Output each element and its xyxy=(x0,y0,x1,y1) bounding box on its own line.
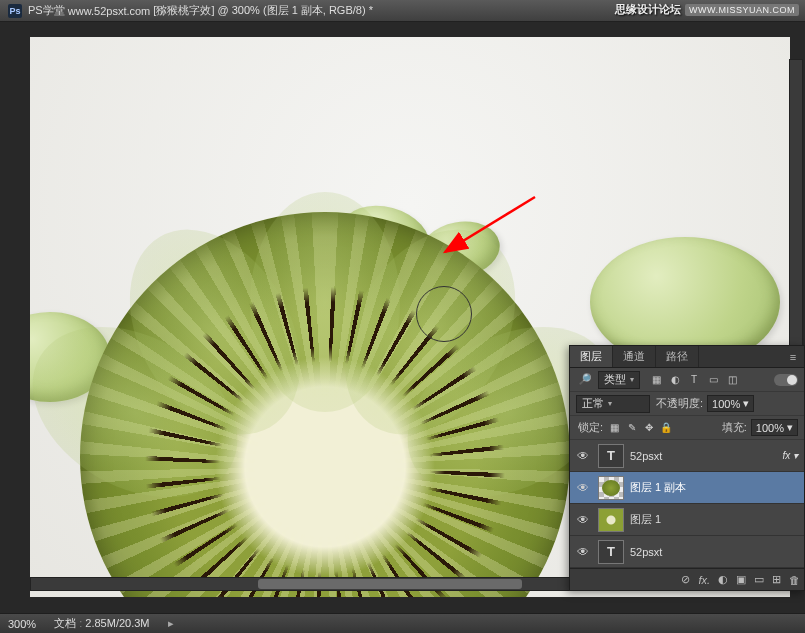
lock-pixels-icon[interactable]: ✎ xyxy=(624,422,639,433)
statusbar: 300% 文档 : 2.85M/20.3M ▸ xyxy=(0,613,805,633)
filter-text-icon[interactable]: T xyxy=(686,372,702,388)
tab-paths[interactable]: 路径 xyxy=(656,346,699,367)
layer-thumb-icon xyxy=(598,476,624,500)
title-url: www.52psxt.com xyxy=(68,5,151,17)
fx-badge[interactable]: fx ▾ xyxy=(782,450,798,461)
layer-thumb-icon xyxy=(598,508,624,532)
filter-shape-icon[interactable]: ▭ xyxy=(705,372,721,388)
delete-layer-icon[interactable]: 🗑 xyxy=(789,574,800,586)
filter-smart-icon[interactable]: ◫ xyxy=(724,372,740,388)
tab-layers[interactable]: 图层 xyxy=(570,346,613,367)
watermark: 思缘设计论坛 WWW.MISSYUAN.COM xyxy=(615,2,799,17)
lock-all-icon[interactable]: 🔒 xyxy=(658,422,673,433)
fill-label: 填充: xyxy=(722,420,747,435)
layer-name[interactable]: 52psxt xyxy=(630,450,776,462)
zoom-value[interactable]: 300% xyxy=(8,618,36,630)
filter-kind-select[interactable]: 类型▾ xyxy=(598,371,640,389)
lock-label: 锁定: xyxy=(578,420,603,435)
doc-label: 文档 xyxy=(54,617,76,629)
layer-row[interactable]: 👁 图层 1 xyxy=(570,504,804,536)
tab-channels[interactable]: 通道 xyxy=(613,346,656,367)
doc-size: 2.85M/20.3M xyxy=(85,617,149,629)
mask-icon[interactable]: ◐ xyxy=(718,573,728,586)
lock-position-icon[interactable]: ✥ xyxy=(641,422,656,433)
search-kind-icon[interactable]: 🔎 xyxy=(576,371,594,389)
lock-row: 锁定: ▦ ✎ ✥ 🔒 填充: 100%▾ xyxy=(570,416,804,440)
new-layer-icon[interactable]: ⊞ xyxy=(772,573,781,586)
panel-menu-icon[interactable]: ≡ xyxy=(782,346,804,367)
fill-value[interactable]: 100%▾ xyxy=(751,419,798,436)
filter-row: 🔎 类型▾ ▦ ◐ T ▭ ◫ xyxy=(570,368,804,392)
title-doc: [猕猴桃字效] @ 300% (图层 1 副本, RGB/8) * xyxy=(153,3,373,18)
visibility-eye-icon[interactable]: 👁 xyxy=(574,513,592,527)
opacity-value[interactable]: 100%▾ xyxy=(707,395,754,412)
link-layers-icon[interactable]: ⊘ xyxy=(681,573,690,586)
layers-list: 👁 T 52psxt fx ▾ 👁 图层 1 副本 👁 图层 1 👁 T 52p… xyxy=(570,440,804,568)
watermark-badge: WWW.MISSYUAN.COM xyxy=(685,4,799,16)
lock-transparent-icon[interactable]: ▦ xyxy=(607,422,622,433)
layer-row[interactable]: 👁 图层 1 副本 xyxy=(570,472,804,504)
visibility-eye-icon[interactable]: 👁 xyxy=(574,545,592,559)
filter-adjust-icon[interactable]: ◐ xyxy=(667,372,683,388)
kiwi-image xyxy=(80,212,570,597)
group-icon[interactable]: ▭ xyxy=(754,573,764,586)
layer-name[interactable]: 图层 1 xyxy=(630,512,800,527)
blend-mode-select[interactable]: 正常▾ xyxy=(576,395,650,413)
opacity-label: 不透明度: xyxy=(656,396,703,411)
adjustment-icon[interactable]: ▣ xyxy=(736,573,746,586)
title-app: PS学堂 xyxy=(28,3,65,18)
layer-thumb-icon: T xyxy=(598,540,624,564)
layer-name[interactable]: 52psxt xyxy=(630,546,800,558)
layer-row[interactable]: 👁 T 52psxt xyxy=(570,536,804,568)
fx-menu-icon[interactable]: fx. xyxy=(698,574,710,586)
blend-row: 正常▾ 不透明度: 100%▾ xyxy=(570,392,804,416)
watermark-text: 思缘设计论坛 xyxy=(615,2,681,17)
visibility-eye-icon[interactable]: 👁 xyxy=(574,449,592,463)
ps-logo-icon: Ps xyxy=(8,4,22,18)
panel-footer: ⊘ fx. ◐ ▣ ▭ ⊞ 🗑 xyxy=(570,568,804,590)
status-menu-icon[interactable]: ▸ xyxy=(168,617,174,630)
panel-tabs: 图层 通道 路径 ≡ xyxy=(570,346,804,368)
filter-toggle[interactable] xyxy=(774,374,798,386)
layers-panel: 图层 通道 路径 ≡ 🔎 类型▾ ▦ ◐ T ▭ ◫ 正常▾ 不透明度: 100… xyxy=(569,345,805,591)
layer-thumb-icon: T xyxy=(598,444,624,468)
layer-row[interactable]: 👁 T 52psxt fx ▾ xyxy=(570,440,804,472)
filter-pixel-icon[interactable]: ▦ xyxy=(648,372,664,388)
visibility-eye-icon[interactable]: 👁 xyxy=(574,481,592,495)
layer-name[interactable]: 图层 1 副本 xyxy=(630,480,800,495)
